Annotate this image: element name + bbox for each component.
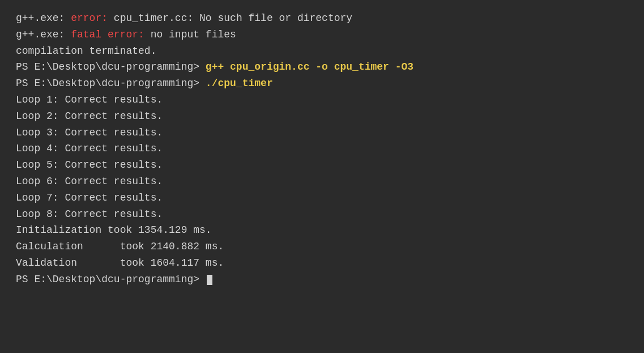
terminal-window: g++.exe: error: cpu_timer.cc: No such fi… (0, 0, 644, 353)
terminal-line-15: Calculation took 2140.882 ms. (16, 239, 628, 255)
terminal-line-2: g++.exe: fatal error: no input files (16, 27, 628, 43)
terminal-line-3: compilation terminated. (16, 43, 628, 59)
terminal-line-8: Loop 3: Correct results. (16, 125, 628, 141)
terminal-line-13: Loop 8: Correct results. (16, 206, 628, 223)
terminal-line-4: PS E:\Desktop\dcu-programming> g++ cpu_o… (16, 59, 628, 75)
terminal-line-7: Loop 2: Correct results. (16, 108, 628, 125)
terminal-line-17: PS E:\Desktop\dcu-programming> (16, 271, 628, 288)
terminal-line-14: Initialization took 1354.129 ms. (16, 222, 628, 239)
terminal-line-11: Loop 6: Correct results. (16, 173, 628, 190)
terminal-line-12: Loop 7: Correct results. (16, 190, 628, 206)
terminal-line-5: PS E:\Desktop\dcu-programming> ./cpu_tim… (16, 75, 628, 92)
terminal-line-10: Loop 5: Correct results. (16, 157, 628, 173)
terminal-line-16: Validation took 1604.117 ms. (16, 255, 628, 271)
terminal-cursor (207, 275, 212, 285)
terminal-line-1: g++.exe: error: cpu_timer.cc: No such fi… (16, 10, 628, 27)
terminal-line-6: Loop 1: Correct results. (16, 92, 628, 108)
terminal-line-9: Loop 4: Correct results. (16, 141, 628, 157)
